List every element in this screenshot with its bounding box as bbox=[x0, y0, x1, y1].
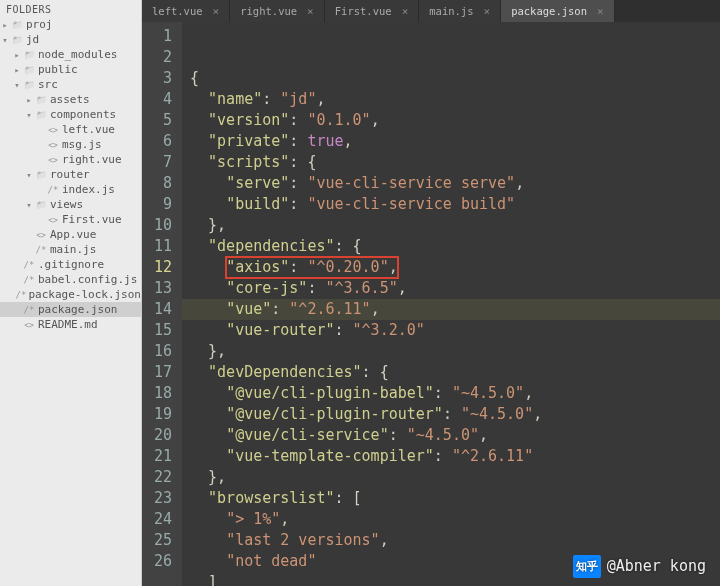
tree-item[interactable]: package.json bbox=[0, 302, 141, 317]
tree-item[interactable]: ▸assets bbox=[0, 92, 141, 107]
token: "not dead" bbox=[226, 552, 316, 570]
token: "^2.6.11" bbox=[452, 447, 533, 465]
tree-item[interactable]: README.md bbox=[0, 317, 141, 332]
token: , bbox=[479, 426, 488, 444]
code-line[interactable]: "dependencies": { bbox=[182, 236, 720, 257]
code-line[interactable]: "browserslist": [ bbox=[182, 488, 720, 509]
folder-icon bbox=[22, 78, 36, 91]
tree-item[interactable]: package-lock.json bbox=[0, 287, 141, 302]
token: , bbox=[380, 531, 389, 549]
tree-label: jd bbox=[24, 33, 39, 46]
code-line[interactable]: "serve": "vue-cli-service serve", bbox=[182, 173, 720, 194]
tree-arrow-icon: ▾ bbox=[12, 80, 22, 90]
code-line[interactable]: "@vue/cli-plugin-router": "~4.5.0", bbox=[182, 404, 720, 425]
close-icon[interactable]: × bbox=[213, 5, 220, 18]
token: "serve" bbox=[226, 174, 289, 192]
close-icon[interactable]: × bbox=[307, 5, 314, 18]
tree-item[interactable]: index.js bbox=[0, 182, 141, 197]
code-line[interactable]: { bbox=[182, 68, 720, 89]
code-area[interactable]: { "name": "jd", "version": "0.1.0", "pri… bbox=[182, 22, 720, 586]
code-line[interactable]: "vue": "^2.6.11", bbox=[182, 299, 720, 320]
editor[interactable]: 1234567891011121314151617181920212223242… bbox=[142, 22, 720, 586]
token: : bbox=[262, 90, 280, 108]
token bbox=[190, 237, 208, 255]
code-line[interactable]: "vue-router": "^3.2.0" bbox=[182, 320, 720, 341]
close-icon[interactable]: × bbox=[484, 5, 491, 18]
tree-item[interactable]: ▾router bbox=[0, 167, 141, 182]
code-line[interactable]: "private": true, bbox=[182, 131, 720, 152]
code-line[interactable]: "build": "vue-cli-service build" bbox=[182, 194, 720, 215]
close-icon[interactable]: × bbox=[402, 5, 409, 18]
code-line[interactable]: "last 2 versions", bbox=[182, 530, 720, 551]
code-line[interactable]: "@vue/cli-plugin-babel": "~4.5.0", bbox=[182, 383, 720, 404]
close-icon[interactable]: × bbox=[597, 5, 604, 18]
line-number: 6 bbox=[142, 131, 182, 152]
code-line[interactable]: "core-js": "^3.6.5", bbox=[182, 278, 720, 299]
code-line[interactable]: }, bbox=[182, 341, 720, 362]
line-number: 21 bbox=[142, 446, 182, 467]
tree-item[interactable]: left.vue bbox=[0, 122, 141, 137]
code-line[interactable]: "@vue/cli-service": "~4.5.0", bbox=[182, 425, 720, 446]
tree-item[interactable]: ▸node_modules bbox=[0, 47, 141, 62]
tree-item[interactable]: ▸proj bbox=[0, 17, 141, 32]
tree-item[interactable]: App.vue bbox=[0, 227, 141, 242]
code-line[interactable]: }, bbox=[182, 467, 720, 488]
file-icon bbox=[34, 243, 48, 256]
token: : bbox=[289, 174, 307, 192]
tab[interactable]: package.json× bbox=[501, 0, 614, 22]
tab[interactable]: left.vue× bbox=[142, 0, 230, 22]
token: "version" bbox=[208, 111, 289, 129]
tab-bar: left.vue×right.vue×First.vue×main.js×pac… bbox=[142, 0, 720, 22]
tree-item[interactable]: First.vue bbox=[0, 212, 141, 227]
line-number: 23 bbox=[142, 488, 182, 509]
folder-icon bbox=[34, 198, 48, 211]
code-line[interactable]: "version": "0.1.0", bbox=[182, 110, 720, 131]
line-number: 11 bbox=[142, 236, 182, 257]
token: : bbox=[271, 300, 289, 318]
token: "private" bbox=[208, 132, 289, 150]
tree-item[interactable]: babel.config.js bbox=[0, 272, 141, 287]
watermark: 知乎 @Abner kong bbox=[573, 555, 706, 578]
token bbox=[190, 447, 226, 465]
tree-item[interactable]: main.js bbox=[0, 242, 141, 257]
tab[interactable]: First.vue× bbox=[325, 0, 420, 22]
tree-item[interactable]: ▾src bbox=[0, 77, 141, 92]
code-line[interactable]: "scripts": { bbox=[182, 152, 720, 173]
tree-item[interactable]: ▾jd bbox=[0, 32, 141, 47]
tab-label: main.js bbox=[429, 5, 473, 17]
tree-item[interactable]: ▸public bbox=[0, 62, 141, 77]
js-icon bbox=[46, 153, 60, 166]
code-line[interactable]: "name": "jd", bbox=[182, 89, 720, 110]
tab-label: First.vue bbox=[335, 5, 392, 17]
tree-item[interactable]: ▾components bbox=[0, 107, 141, 122]
tree-item[interactable]: msg.js bbox=[0, 137, 141, 152]
tab[interactable]: main.js× bbox=[419, 0, 501, 22]
tree-arrow-icon: ▾ bbox=[24, 170, 34, 180]
code-line[interactable]: "> 1%", bbox=[182, 509, 720, 530]
token bbox=[190, 321, 226, 339]
code-line[interactable]: "devDependencies": { bbox=[182, 362, 720, 383]
tree-item[interactable]: right.vue bbox=[0, 152, 141, 167]
tree-label: index.js bbox=[60, 183, 115, 196]
line-number: 1 bbox=[142, 26, 182, 47]
tree-item[interactable]: .gitignore bbox=[0, 257, 141, 272]
token: : bbox=[289, 132, 307, 150]
token: }, bbox=[190, 216, 226, 234]
tab-label: left.vue bbox=[152, 5, 203, 17]
token bbox=[190, 258, 226, 276]
code-line[interactable]: "axios": "^0.20.0", bbox=[182, 257, 720, 278]
tree-label: babel.config.js bbox=[36, 273, 137, 286]
token: , bbox=[371, 300, 380, 318]
tree-arrow-icon: ▸ bbox=[24, 95, 34, 105]
token: , bbox=[371, 111, 380, 129]
tab[interactable]: right.vue× bbox=[230, 0, 325, 22]
tree-item[interactable]: ▾views bbox=[0, 197, 141, 212]
token: : { bbox=[335, 237, 362, 255]
code-line[interactable]: "vue-template-compiler": "^2.6.11" bbox=[182, 446, 720, 467]
token bbox=[190, 426, 226, 444]
gutter: 1234567891011121314151617181920212223242… bbox=[142, 22, 182, 586]
code-line[interactable]: }, bbox=[182, 215, 720, 236]
token: ] bbox=[190, 573, 217, 586]
line-number: 25 bbox=[142, 530, 182, 551]
token: }, bbox=[190, 342, 226, 360]
